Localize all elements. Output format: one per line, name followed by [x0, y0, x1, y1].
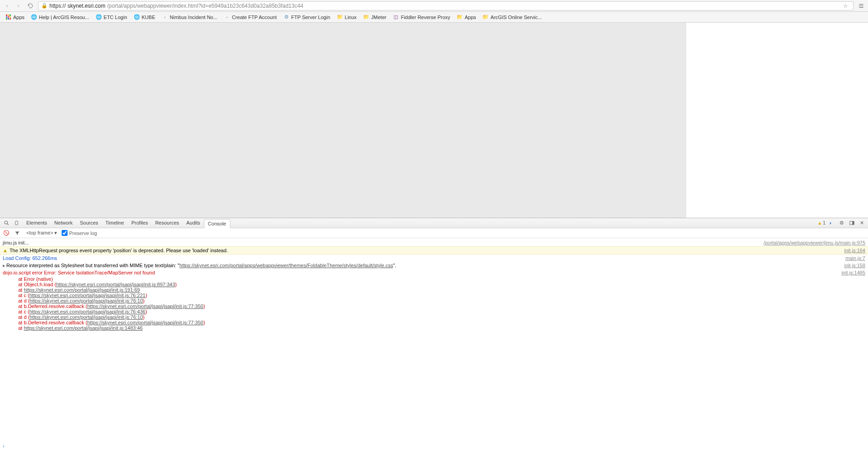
- bookmark-item[interactable]: 📁JMeter: [361, 13, 389, 21]
- bookmark-label: Nimbus Incident No...: [170, 15, 218, 20]
- bookmark-icon: 📁: [337, 14, 343, 20]
- bookmark-item[interactable]: 📁ArcGIS Online Servic...: [480, 13, 544, 21]
- console-line: ▲The XMLHttpRequest progress event prope…: [0, 246, 868, 254]
- stack-link[interactable]: https://skynet.esri.com/portal/jsapi/jsa…: [56, 282, 175, 287]
- stack-link[interactable]: https://skynet.esri.com/portal/jsapi/jsa…: [29, 298, 143, 303]
- bookmark-label: FTP Server Login: [291, 15, 330, 20]
- source-link[interactable]: /portal/apps/webappviewer/jimu.js/main.j…: [758, 240, 865, 246]
- clear-console-icon[interactable]: 🚫: [3, 230, 10, 236]
- stack-link[interactable]: https://skynet.esri.com/portal/jsapi/jsa…: [29, 293, 145, 298]
- bookmark-item[interactable]: 📁Apps: [454, 13, 478, 21]
- console-prompt[interactable]: ›: [0, 442, 868, 450]
- url-path: /portal/apps/webappviewer/index.html?id=…: [107, 3, 303, 9]
- bookmark-item[interactable]: ⚙FTP Server Login: [281, 13, 333, 21]
- bookmark-icon: ⚙: [283, 14, 290, 20]
- bookmark-item[interactable]: ▫Nimbus Incident No...: [160, 13, 220, 21]
- dock-side-icon[interactable]: [848, 220, 855, 227]
- device-mode-icon[interactable]: [13, 220, 20, 227]
- resource-link[interactable]: https://skynet.esri.com/portal/apps/weba…: [179, 263, 393, 268]
- bookmark-icon: 📁: [482, 14, 489, 20]
- bookmark-icon: 🌐: [134, 14, 140, 20]
- bookmark-item[interactable]: 🌐Help | ArcGIS Resou...: [29, 13, 91, 21]
- devtools-tabs: ElementsNetworkSourcesTimelineProfilesRe…: [0, 218, 868, 228]
- expand-icon[interactable]: ▸: [3, 263, 5, 268]
- stack-link[interactable]: https://skynet.esri.com/portal/jsapi/jsa…: [24, 325, 142, 331]
- stack-link[interactable]: https://skynet.esri.com/portal/jsapi/jsa…: [87, 320, 203, 325]
- reload-button[interactable]: [26, 2, 34, 10]
- warning-count-badge[interactable]: ▲1: [818, 220, 825, 225]
- bookmark-item[interactable]: ▫Create FTP Account: [222, 13, 279, 21]
- chrome-menu-button[interactable]: [857, 2, 865, 10]
- stack-frame: at b.Deferred.resolve.callback (https://…: [0, 303, 868, 309]
- devtools-tab-audits[interactable]: Audits: [183, 219, 204, 228]
- devtools-tab-network[interactable]: Network: [51, 219, 76, 228]
- bookmark-item[interactable]: ◫Fiddler Reverse Proxy: [390, 13, 452, 21]
- inspect-icon[interactable]: [3, 220, 10, 227]
- bookmark-icon: [5, 14, 11, 20]
- page-content-right: [686, 23, 868, 218]
- stack-frame: at https://skynet.esri.com/portal/jsapi/…: [0, 287, 868, 293]
- devtools-tab-profiles[interactable]: Profiles: [128, 219, 152, 228]
- address-bar[interactable]: 🔒 https://skynet.esri.com/portal/apps/we…: [38, 1, 853, 10]
- console-line: ▸Resource interpreted as Stylesheet but …: [0, 262, 868, 269]
- stack-frame: at c (https://skynet.esri.com/portal/jsa…: [0, 309, 868, 314]
- bookmark-icon: 📁: [363, 14, 369, 20]
- stack-frame: at b.Deferred.resolve.callback (https://…: [0, 320, 868, 325]
- back-button[interactable]: [3, 2, 11, 10]
- stack-link[interactable]: https://skynet.esri.com/portal/jsapi/jsa…: [29, 309, 145, 314]
- bookmarks-bar: Apps🌐Help | ArcGIS Resou...🌐ETC Login🌐KU…: [0, 12, 868, 23]
- bookmark-label: Create FTP Account: [232, 15, 277, 20]
- warning-icon: ▲: [818, 220, 822, 225]
- bookmark-label: ETC Login: [104, 15, 127, 20]
- svg-rect-1: [15, 221, 18, 225]
- stack-frame: at d (https://skynet.esri.com/portal/jsa…: [0, 298, 868, 303]
- bookmark-item[interactable]: 📁Linux: [335, 13, 359, 21]
- bookmark-label: ArcGIS Online Servic...: [490, 15, 542, 20]
- forward-button[interactable]: [15, 2, 23, 10]
- frame-selector[interactable]: <top frame> ▾: [26, 230, 57, 236]
- stack-link[interactable]: https://skynet.esri.com/portal/jsapi/jsa…: [87, 303, 203, 309]
- source-link[interactable]: init.js:158: [839, 262, 865, 269]
- console-output[interactable]: jimu.js init.../portal/apps/webappviewer…: [0, 238, 868, 442]
- bookmark-icon: 📁: [456, 14, 463, 20]
- close-devtools-icon[interactable]: ✕: [858, 220, 865, 227]
- filter-icon[interactable]: [15, 230, 22, 236]
- warning-count: 1: [823, 220, 825, 225]
- devtools-tab-elements[interactable]: Elements: [23, 219, 51, 228]
- stack-frame: at https://skynet.esri.com/portal/jsapi/…: [0, 325, 868, 331]
- console-toolbar: 🚫 <top frame> ▾ Preserve log: [0, 228, 868, 238]
- stack-frame: at d (https://skynet.esri.com/portal/jsa…: [0, 314, 868, 320]
- devtools-tab-sources[interactable]: Sources: [76, 219, 102, 228]
- devtools-tab-resources[interactable]: Resources: [151, 219, 183, 228]
- bookmark-icon: 🌐: [96, 14, 102, 20]
- devtools-tab-timeline[interactable]: Timeline: [102, 219, 128, 228]
- stack-link[interactable]: https://skynet.esri.com/portal/jsapi/jsa…: [24, 287, 140, 293]
- preserve-log-checkbox[interactable]: Preserve log: [62, 230, 97, 236]
- devtools-panel: ElementsNetworkSourcesTimelineProfilesRe…: [0, 218, 868, 450]
- bookmark-star-icon[interactable]: ☆: [843, 3, 850, 9]
- bookmark-icon: ▫: [162, 14, 168, 20]
- page-content: [0, 23, 686, 218]
- bookmark-label: Apps: [465, 15, 476, 20]
- bookmark-icon: ◫: [393, 14, 399, 20]
- source-link[interactable]: main.js:7: [840, 255, 865, 261]
- stack-link[interactable]: https://skynet.esri.com/portal/jsapi/jsa…: [29, 314, 143, 320]
- bookmark-label: Linux: [345, 15, 357, 20]
- prompt-caret-icon: ›: [3, 443, 5, 449]
- bookmark-item[interactable]: 🌐ETC Login: [93, 13, 130, 21]
- stack-frame: at Object.h.load (https://skynet.esri.co…: [0, 282, 868, 287]
- bookmark-item[interactable]: 🌐KUBE: [131, 13, 158, 21]
- devtools-tab-console[interactable]: Console: [204, 219, 230, 228]
- lock-icon: 🔒: [41, 3, 48, 9]
- console-line: jimu.js init.../portal/apps/webappviewer…: [0, 239, 868, 246]
- settings-gear-icon[interactable]: ⚙: [838, 220, 845, 227]
- warning-icon: ▲: [3, 248, 8, 253]
- svg-rect-3: [852, 221, 854, 225]
- bookmark-item[interactable]: Apps: [3, 13, 27, 21]
- bookmark-icon: ▫: [224, 14, 230, 20]
- show-drawer-icon[interactable]: [828, 220, 835, 227]
- source-link[interactable]: init.js:164: [839, 247, 865, 254]
- bookmark-label: Fiddler Reverse Proxy: [401, 15, 450, 20]
- stack-frame: at Error (native): [0, 276, 868, 282]
- source-link[interactable]: init.js:1485: [836, 269, 865, 276]
